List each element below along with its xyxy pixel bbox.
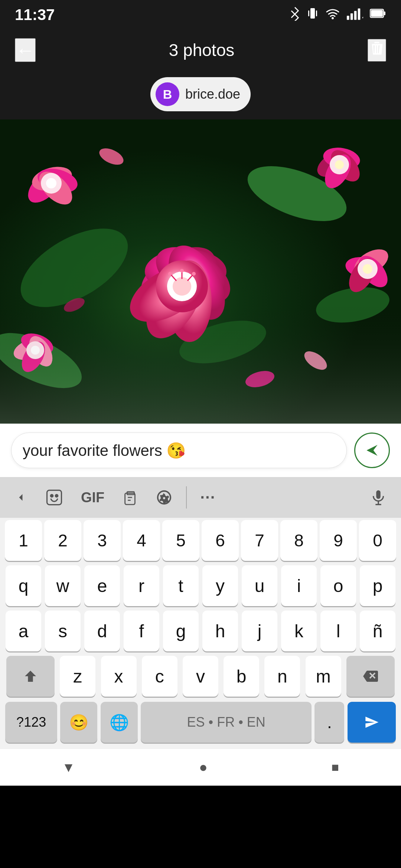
key-s[interactable]: s [45,611,81,651]
key-6[interactable]: 6 [202,520,239,561]
key-e[interactable]: e [84,565,120,606]
bottom-row: ?123 😊 🌐 ES • FR • EN . [0,699,401,749]
key-9[interactable]: 9 [320,520,357,561]
asdf-row: a s d f g h j k l ñ [0,608,401,654]
backspace-key[interactable] [346,656,395,697]
delete-button[interactable] [368,39,386,62]
key-v[interactable]: v [183,656,218,697]
shift-key[interactable] [6,656,55,697]
nav-bar: ▼ ● ■ [0,749,401,786]
key-r[interactable]: r [124,565,159,606]
key-0[interactable]: 0 [359,520,396,561]
nav-home-button[interactable]: ● [199,759,208,775]
user-chip[interactable]: B brice.doe [150,77,251,111]
key-3[interactable]: 3 [84,520,121,561]
more-button[interactable]: ··· [193,489,222,506]
photo-area [0,119,401,424]
svg-rect-7 [351,13,353,20]
key-1[interactable]: 1 [5,520,42,561]
key-d[interactable]: d [84,611,120,651]
message-input-row: your favorite flowers 😘 [0,424,401,477]
svg-rect-73 [376,490,381,499]
key-b[interactable]: b [224,656,259,697]
svg-rect-6 [347,16,349,20]
key-t[interactable]: t [163,565,199,606]
user-name: brice.doe [185,86,240,102]
svg-point-68 [55,494,58,497]
gif-button[interactable]: GIF [74,490,111,506]
keyboard: GIF ··· 1 2 [0,477,401,749]
send-button[interactable] [354,433,390,468]
flower-image [0,119,401,424]
key-w[interactable]: w [45,565,81,606]
message-bubble[interactable]: your favorite flowers 😘 [11,433,347,468]
key-8[interactable]: 8 [280,520,317,561]
key-a[interactable]: a [6,611,41,651]
svg-rect-2 [310,8,315,19]
key-l[interactable]: l [320,611,356,651]
key-f[interactable]: f [124,611,159,651]
page-title: 3 photos [169,40,234,60]
key-m[interactable]: m [306,656,341,697]
zxcv-row: z x c v b n m [0,654,401,699]
key-h[interactable]: h [202,611,238,651]
key-5[interactable]: 5 [162,520,199,561]
keyboard-toolbar: GIF ··· [0,477,401,518]
settings-button[interactable] [149,489,179,506]
key-i[interactable]: i [281,565,317,606]
period-key[interactable]: . [314,702,344,743]
nav-recent-button[interactable]: ■ [332,760,339,775]
svg-point-5 [332,17,334,19]
enter-send-key[interactable] [348,702,396,743]
svg-rect-4 [316,10,317,16]
key-o[interactable]: o [320,565,356,606]
svg-line-1 [291,14,295,17]
key-z[interactable]: z [60,656,95,697]
spacebar[interactable]: ES • FR • EN [141,702,312,743]
number-row: 1 2 3 4 5 6 7 8 9 0 [0,518,401,563]
key-k[interactable]: k [281,611,317,651]
keyboard-back-button[interactable] [7,491,34,504]
key-n-tilde[interactable]: ñ [360,611,395,651]
key-p[interactable]: p [360,565,395,606]
vibrate-icon [307,6,319,24]
svg-rect-13 [371,10,383,17]
key-y[interactable]: y [202,565,238,606]
send-icon [364,442,380,458]
key-7[interactable]: 7 [241,520,278,561]
back-button[interactable]: ← [15,38,36,62]
globe-key[interactable]: 🌐 [101,702,138,743]
key-x[interactable]: x [101,656,137,697]
nav-back-button[interactable]: ▼ [62,760,75,775]
key-c[interactable]: c [142,656,177,697]
key-2[interactable]: 2 [44,520,81,561]
battery-icon [370,7,386,23]
svg-rect-65 [0,119,401,424]
key-u[interactable]: u [242,565,277,606]
user-chip-row: B brice.doe [0,70,401,119]
svg-line-0 [291,11,295,14]
signal-icon: 4G [347,6,363,24]
key-q[interactable]: q [6,565,41,606]
sym-key[interactable]: ?123 [5,702,57,743]
top-bar: ← 3 photos [0,30,401,70]
status-bar: 11:37 [0,0,401,30]
svg-rect-12 [384,11,385,15]
mic-button[interactable] [363,489,394,506]
key-g[interactable]: g [163,611,199,651]
message-text: your favorite flowers 😘 [23,441,335,460]
message-input-area: your favorite flowers 😘 [0,424,401,477]
clipboard-button[interactable] [115,489,145,506]
qwerty-row: q w e r t y u i o p [0,563,401,608]
emoji-toolbar-button[interactable] [38,488,71,507]
svg-rect-3 [308,10,309,16]
bluetooth-icon [290,6,300,24]
svg-point-67 [50,494,53,497]
emoji-key[interactable]: 😊 [60,702,97,743]
key-j[interactable]: j [242,611,277,651]
svg-text:4G: 4G [362,14,363,20]
svg-rect-9 [358,8,361,20]
key-4[interactable]: 4 [123,520,160,561]
key-n[interactable]: n [264,656,300,697]
status-icons: 4G [290,6,386,24]
